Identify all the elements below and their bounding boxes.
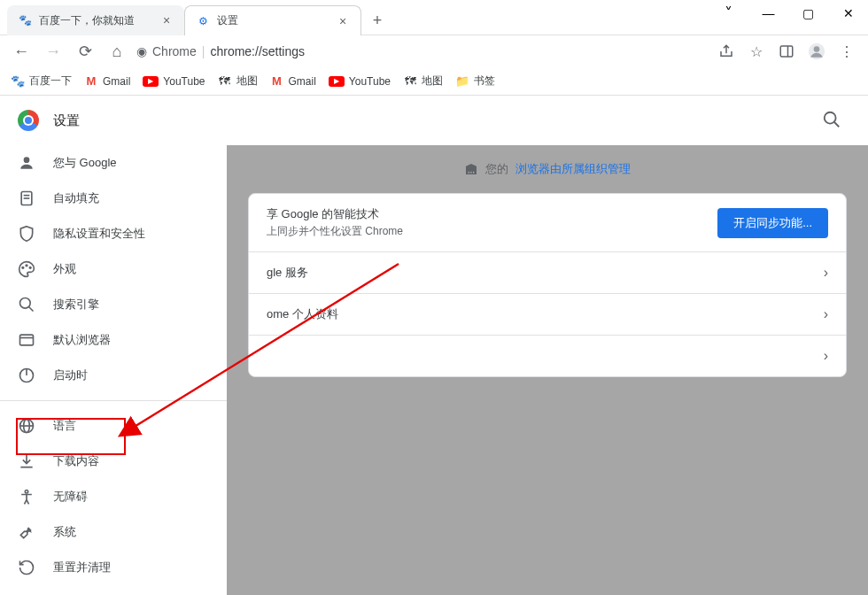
settings-header: 设置	[0, 96, 868, 145]
bookmark-label: 百度一下	[29, 73, 72, 89]
autofill-icon	[18, 189, 35, 207]
dropdown-icon[interactable]: ˅	[709, 0, 748, 27]
url-chrome-label: Chrome	[152, 44, 197, 58]
browser-icon	[18, 331, 35, 349]
sidebar-item-label: 搜索引擎	[53, 297, 99, 313]
gmail-icon: M	[270, 74, 284, 89]
bookmark-maps[interactable]: 🗺地图	[403, 73, 443, 89]
home-button[interactable]: ⌂	[105, 39, 129, 64]
sync-card: 享 Google 的智能技术 上同步并个性化设置 Chrome 开启同步功能..…	[248, 193, 847, 377]
search-icon[interactable]	[822, 110, 841, 129]
card-row-services[interactable]: gle 服务 ›	[249, 251, 846, 293]
side-panel-icon[interactable]	[774, 39, 799, 64]
building-icon	[464, 162, 478, 176]
bookmark-youtube[interactable]: ▶YouTube	[143, 75, 205, 88]
tab-title: 百度一下，你就知道	[39, 13, 152, 28]
sidebar-item-label: 下载内容	[53, 453, 99, 469]
gear-favicon-icon: ⚙	[196, 14, 210, 28]
sidebar-item-label: 系统	[53, 524, 76, 540]
sync-row: 享 Google 的智能技术 上同步并个性化设置 Chrome 开启同步功能..…	[249, 194, 846, 251]
svg-rect-0	[780, 46, 793, 57]
svg-rect-15	[20, 335, 34, 345]
bookmark-maps[interactable]: 🗺地图	[218, 73, 258, 89]
settings-sidebar[interactable]: 您与 Google 自动填充 隐私设置和安全性 外观 搜索引擎 默认浏览器 启动…	[0, 145, 227, 595]
sidebar-item-search-engine[interactable]: 搜索引擎	[0, 287, 227, 322]
globe-icon	[18, 417, 35, 435]
bookmark-baidu[interactable]: 🐾百度一下	[11, 73, 72, 89]
restore-icon	[18, 559, 35, 576]
addr-actions: ☆ ⋮	[714, 39, 859, 64]
card-row-more[interactable]: ›	[249, 335, 846, 376]
forward-button[interactable]: →	[41, 39, 66, 64]
sidebar-item-you-and-google[interactable]: 您与 Google	[0, 145, 227, 181]
star-icon[interactable]: ☆	[744, 39, 769, 64]
wrench-icon	[18, 523, 35, 541]
svg-point-11	[26, 265, 27, 267]
sidebar-item-privacy[interactable]: 隐私设置和安全性	[0, 216, 227, 251]
profile-icon[interactable]	[804, 39, 829, 64]
youtube-icon: ▶	[329, 76, 345, 87]
close-icon[interactable]: ×	[159, 13, 174, 27]
kebab-menu-icon[interactable]: ⋮	[834, 39, 859, 64]
sidebar-item-languages[interactable]: 语言	[0, 408, 227, 444]
url-box[interactable]: ◉ Chrome | chrome://settings	[136, 44, 707, 58]
sidebar-item-accessibility[interactable]: 无障碍	[0, 479, 227, 514]
accessibility-icon	[18, 488, 35, 506]
folder-icon: 📁	[455, 74, 469, 89]
minimize-button[interactable]: —	[748, 0, 788, 27]
chevron-right-icon: ›	[824, 306, 828, 322]
bookmark-gmail[interactable]: MGmail	[270, 74, 316, 89]
chevron-right-icon: ›	[824, 348, 828, 364]
sidebar-item-autofill[interactable]: 自动填充	[0, 181, 227, 216]
svg-point-4	[825, 112, 836, 124]
power-icon	[18, 367, 35, 384]
sidebar-item-downloads[interactable]: 下载内容	[0, 444, 227, 479]
svg-line-5	[834, 122, 840, 128]
reload-button[interactable]: ⟳	[73, 39, 97, 64]
share-icon[interactable]	[714, 39, 739, 64]
bookmark-youtube[interactable]: ▶YouTube	[329, 75, 391, 88]
tab-baidu[interactable]: 🐾 百度一下，你就知道 ×	[7, 5, 184, 35]
maximize-button[interactable]: ▢	[788, 0, 828, 27]
sidebar-item-label: 语言	[53, 418, 76, 434]
svg-line-14	[29, 307, 34, 312]
close-button[interactable]: ✕	[828, 0, 868, 27]
svg-point-13	[20, 298, 31, 309]
new-tab-button[interactable]: +	[365, 8, 390, 33]
bookmark-label: 地图	[236, 73, 258, 89]
svg-point-3	[814, 46, 820, 52]
bookmark-gmail[interactable]: MGmail	[84, 74, 130, 89]
window-titlebar: 🐾 百度一下，你就知道 × ⚙ 设置 × + ˅ — ▢ ✕	[0, 0, 868, 35]
enable-sync-button[interactable]: 开启同步功能...	[717, 208, 828, 238]
sidebar-item-label: 您与 Google	[53, 155, 117, 171]
bookmark-folder[interactable]: 📁书签	[455, 73, 495, 89]
svg-point-10	[22, 267, 24, 269]
svg-point-6	[24, 157, 30, 163]
bookmark-label: Gmail	[289, 75, 316, 88]
back-button[interactable]: ←	[9, 39, 34, 64]
sidebar-item-reset[interactable]: 重置并清理	[0, 550, 227, 585]
sidebar-item-system[interactable]: 系统	[0, 514, 227, 550]
close-icon[interactable]: ×	[336, 14, 350, 28]
baidu-favicon-icon: 🐾	[18, 13, 32, 27]
sidebar-item-label: 无障碍	[53, 489, 88, 505]
chrome-logo-icon	[18, 110, 39, 131]
chrome-icon: ◉	[136, 44, 147, 58]
shield-icon	[18, 225, 35, 243]
managed-prefix: 您的	[485, 161, 508, 177]
sync-line2: 上同步并个性化设置 Chrome	[267, 224, 717, 239]
maps-icon: 🗺	[218, 74, 232, 89]
managed-link[interactable]: 浏览器由所属组织管理	[515, 161, 631, 177]
sidebar-item-startup[interactable]: 启动时	[0, 358, 227, 393]
tab-settings[interactable]: ⚙ 设置 ×	[184, 5, 361, 35]
sidebar-divider	[0, 400, 227, 401]
baidu-icon: 🐾	[11, 74, 25, 89]
card-row-profile[interactable]: ome 个人资料 ›	[249, 293, 846, 335]
bookmark-label: 书签	[474, 73, 495, 89]
svg-point-12	[29, 267, 31, 269]
url-path: chrome://settings	[210, 44, 305, 58]
sidebar-item-appearance[interactable]: 外观	[0, 251, 227, 287]
window-controls: ˅ — ▢ ✕	[709, 0, 868, 27]
sidebar-item-default-browser[interactable]: 默认浏览器	[0, 322, 227, 358]
chevron-right-icon: ›	[824, 265, 828, 281]
